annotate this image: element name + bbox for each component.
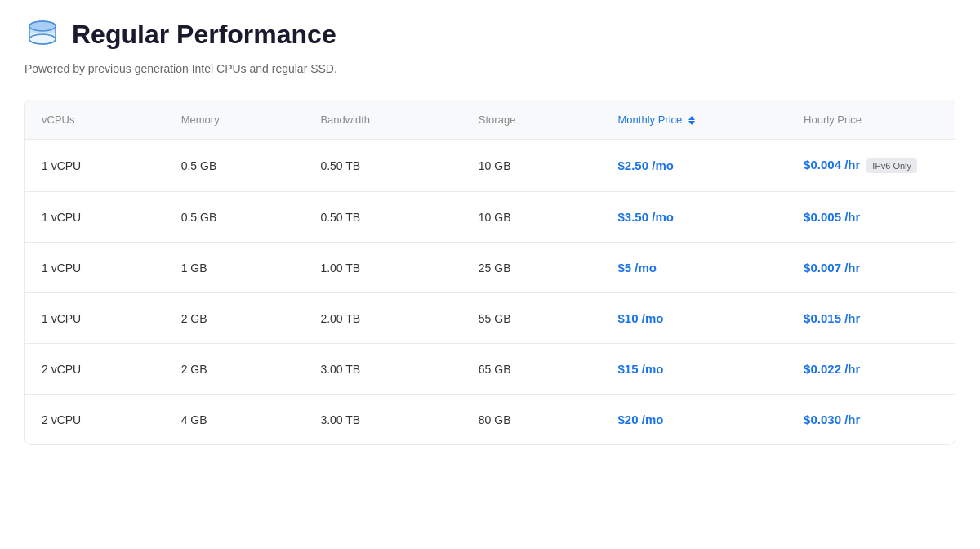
cell-memory: 0.5 GB [165,192,305,243]
ipv6-badge: IPv6 Only [866,158,917,173]
page-header: Regular Performance [24,16,956,52]
cell-monthly-price: $3.50 /mo [602,192,788,243]
header-row: vCPUs Memory Bandwidth Storage Monthly P… [25,100,955,140]
table-body: 1 vCPU0.5 GB0.50 TB10 GB$2.50 /mo$0.004 … [25,140,955,445]
cell-storage: 10 GB [462,140,602,192]
cell-monthly-price: $5 /mo [602,243,788,293]
cell-memory: 0.5 GB [165,140,305,192]
cell-bandwidth: 3.00 TB [304,395,461,445]
col-header-memory: Memory [165,100,305,140]
svg-point-1 [29,34,56,44]
cell-storage: 80 GB [462,395,602,445]
cell-hourly-price: $0.022 /hr [787,344,955,395]
cell-hourly-price: $0.005 /hr [787,192,955,243]
cell-vcpus: 1 vCPU [25,140,165,192]
cell-vcpus: 1 vCPU [25,243,165,293]
cell-monthly-price: $20 /mo [602,395,788,445]
table-row[interactable]: 2 vCPU2 GB3.00 TB65 GB$15 /mo$0.022 /hr [25,344,955,395]
col-header-monthly-price[interactable]: Monthly Price [602,100,788,140]
cell-monthly-price: $15 /mo [602,344,788,395]
cell-bandwidth: 2.00 TB [304,293,461,344]
pricing-table: vCPUs Memory Bandwidth Storage Monthly P… [25,100,955,444]
cell-memory: 2 GB [165,344,305,395]
cell-monthly-price: $10 /mo [602,293,788,344]
cell-bandwidth: 0.50 TB [304,192,461,243]
page-title: Regular Performance [72,20,336,50]
cell-vcpus: 1 vCPU [25,293,165,344]
cell-storage: 25 GB [462,243,602,293]
col-header-bandwidth: Bandwidth [304,100,461,140]
sort-down-icon [688,121,695,125]
cell-storage: 10 GB [462,192,602,243]
svg-point-2 [29,21,56,31]
cell-bandwidth: 0.50 TB [304,140,461,192]
sort-up-icon [688,116,695,120]
cell-bandwidth: 1.00 TB [304,243,461,293]
cell-vcpus: 2 vCPU [25,395,165,445]
table-row[interactable]: 1 vCPU1 GB1.00 TB25 GB$5 /mo$0.007 /hr [25,243,955,293]
cell-memory: 1 GB [165,243,305,293]
table-row[interactable]: 2 vCPU4 GB3.00 TB80 GB$20 /mo$0.030 /hr [25,395,955,445]
cell-memory: 4 GB [165,395,305,445]
cell-vcpus: 2 vCPU [25,344,165,395]
pricing-table-container: vCPUs Memory Bandwidth Storage Monthly P… [24,100,956,445]
col-header-vcpus: vCPUs [25,100,165,140]
sort-icon [688,116,695,125]
database-icon [24,16,60,52]
cell-hourly-price: $0.030 /hr [787,395,955,445]
cell-bandwidth: 3.00 TB [304,344,461,395]
table-row[interactable]: 1 vCPU0.5 GB0.50 TB10 GB$3.50 /mo$0.005 … [25,192,955,243]
col-header-storage: Storage [462,100,602,140]
table-header: vCPUs Memory Bandwidth Storage Monthly P… [25,100,955,140]
cell-storage: 55 GB [462,293,602,344]
page-subtitle: Powered by previous generation Intel CPU… [24,62,956,75]
cell-hourly-price: $0.015 /hr [787,293,955,344]
cell-hourly-price: $0.007 /hr [787,243,955,293]
cell-monthly-price: $2.50 /mo [602,140,788,192]
col-header-hourly-price: Hourly Price [787,100,955,140]
cell-memory: 2 GB [165,293,305,344]
table-row[interactable]: 1 vCPU2 GB2.00 TB55 GB$10 /mo$0.015 /hr [25,293,955,344]
table-row[interactable]: 1 vCPU0.5 GB0.50 TB10 GB$2.50 /mo$0.004 … [25,140,955,192]
cell-hourly-price: $0.004 /hrIPv6 Only [787,140,955,192]
cell-storage: 65 GB [462,344,602,395]
cell-vcpus: 1 vCPU [25,192,165,243]
